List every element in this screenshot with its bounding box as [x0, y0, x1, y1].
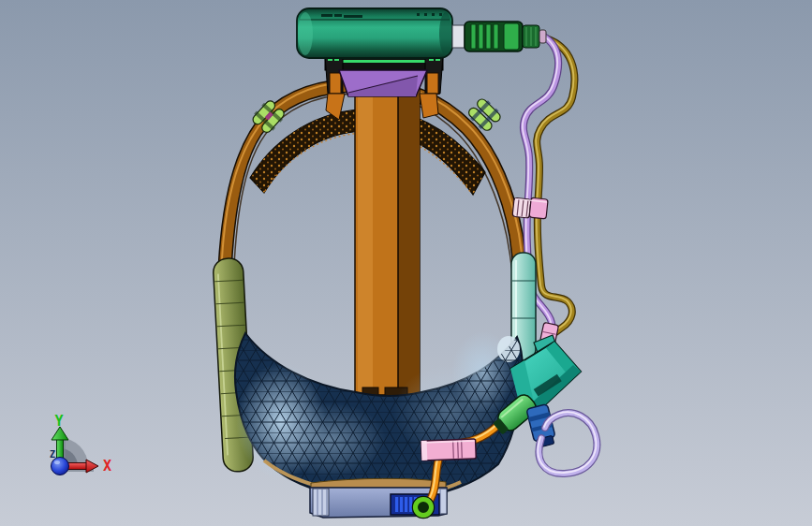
cad-viewport[interactable]: Z Y X: [0, 0, 812, 526]
cable-clip[interactable]: [512, 196, 548, 220]
power-plug[interactable]: [452, 22, 546, 51]
cable-ring-connector[interactable]: [413, 497, 435, 519]
front-strap[interactable]: [355, 82, 420, 397]
battery-cylinder[interactable]: [297, 8, 452, 58]
origin-sphere[interactable]: [52, 458, 69, 475]
x-axis-label: X: [103, 458, 111, 475]
y-axis-label: Y: [54, 413, 63, 430]
z-axis-label: Z: [50, 449, 55, 460]
cad-viewport-canvas[interactable]: Z Y X: [0, 0, 812, 526]
visor-cable-clip[interactable]: [421, 439, 477, 460]
mount-bracket: [339, 70, 427, 96]
